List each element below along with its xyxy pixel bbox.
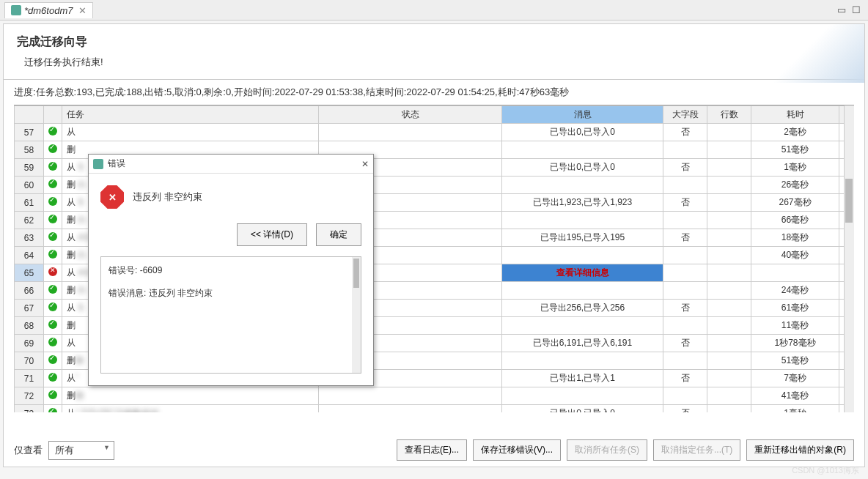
check-icon	[48, 232, 57, 241]
status-cell	[44, 352, 62, 370]
rows-cell	[707, 264, 751, 282]
row-number: 70	[15, 352, 44, 370]
bigfield-cell	[663, 264, 707, 282]
check-icon	[48, 373, 57, 382]
tab-dm6todm7[interactable]: *dm6todm7 ✕	[4, 2, 93, 18]
ok-button[interactable]: 确定	[316, 223, 361, 246]
elapsed-cell: 61毫秒	[751, 300, 839, 317]
col-task[interactable]: 任务	[62, 106, 319, 124]
rows-cell	[707, 159, 751, 177]
bottom-toolbar: 仅查看 所有 查看日志(E)... 保存迁移错误(V)... 取消所有任务(S)…	[14, 439, 854, 461]
status-cell	[44, 264, 62, 282]
col-rows[interactable]: 行数	[707, 106, 751, 124]
error-icon: ✕	[100, 185, 124, 209]
message-cell	[502, 352, 663, 370]
task-cell: 从	[62, 124, 319, 141]
wizard-subtitle: 迁移任务执行结束!	[17, 56, 851, 69]
bigfield-cell	[663, 352, 707, 370]
rows-cell	[707, 335, 751, 352]
bigfield-cell: 否	[663, 194, 707, 212]
bigfield-cell	[663, 387, 707, 405]
tab-title: *dm6todm7	[24, 5, 73, 16]
status-cell	[44, 124, 62, 141]
save-errors-button[interactable]: 保存迁移错误(V)...	[473, 439, 561, 461]
dialog-titlebar[interactable]: 错误 ✕	[89, 155, 373, 174]
rows-cell	[707, 317, 751, 335]
row-number: 68	[15, 317, 44, 335]
rows-cell	[707, 405, 751, 413]
message-cell: 已导出256,已导入256	[502, 300, 663, 317]
status-cell	[44, 177, 62, 194]
rows-cell	[707, 212, 751, 229]
row-number: 72	[15, 387, 44, 405]
status-cell	[44, 282, 62, 300]
bigfield-cell	[663, 317, 707, 335]
status-cell	[44, 141, 62, 159]
close-icon[interactable]: ✕	[78, 5, 87, 16]
bigfield-cell	[663, 247, 707, 264]
minimize-icon[interactable]: ▭	[837, 4, 846, 15]
filter-combo[interactable]: 所有	[48, 441, 114, 460]
table-row[interactable]: 73从" TITUTE"迁移数组对已导出0,已导入0否1毫秒	[15, 405, 854, 413]
scroll-thumb[interactable]	[845, 179, 853, 223]
view-log-button[interactable]: 查看日志(E)...	[397, 439, 467, 461]
maximize-icon[interactable]: ☐	[852, 4, 861, 15]
check-icon	[48, 162, 57, 171]
elapsed-cell: 40毫秒	[751, 247, 839, 264]
rows-cell	[707, 387, 751, 405]
dialog-close-icon[interactable]: ✕	[361, 159, 369, 169]
error-detail-box[interactable]: 错误号: -6609 错误消息: 违反列 非空约束	[100, 256, 361, 374]
message-cell	[502, 317, 663, 335]
col-status-icon[interactable]	[44, 106, 62, 124]
message-cell: 已导出1,已导入1	[502, 370, 663, 387]
rows-cell	[707, 229, 751, 247]
details-button[interactable]: << 详情(D)	[237, 223, 307, 246]
error-message: 违反列 非空约束	[133, 190, 202, 204]
elapsed-cell: 51毫秒	[751, 352, 839, 370]
status-cell	[44, 229, 62, 247]
row-number: 67	[15, 300, 44, 317]
bigfield-cell	[663, 177, 707, 194]
col-status[interactable]: 状态	[319, 106, 502, 124]
message-cell	[502, 282, 663, 300]
table-row[interactable]: 57从已导出0,已导入0否2毫秒	[15, 124, 854, 141]
message-cell[interactable]: 查看详细信息	[502, 264, 663, 282]
row-number: 63	[15, 229, 44, 247]
error-icon	[48, 267, 57, 276]
col-elapsed[interactable]: 耗时	[751, 106, 839, 124]
message-cell: 已导出195,已导入195	[502, 229, 663, 247]
bigfield-cell: 否	[663, 405, 707, 413]
status-cell	[44, 387, 62, 405]
elapsed-cell: 11毫秒	[751, 317, 839, 335]
detail-scrollbar[interactable]	[352, 257, 361, 373]
status-cell	[44, 247, 62, 264]
check-icon	[48, 285, 57, 294]
bigfield-cell	[663, 282, 707, 300]
message-cell: 已导出6,191,已导入6,191	[502, 335, 663, 352]
message-cell	[502, 387, 663, 405]
rows-cell	[707, 282, 751, 300]
status-cell	[44, 317, 62, 335]
col-rownum[interactable]	[15, 106, 44, 124]
message-cell	[502, 247, 663, 264]
rows-cell	[707, 194, 751, 212]
elapsed-cell: 1毫秒	[751, 159, 839, 177]
progress-summary: 进度:任务总数:193,已完成:188,出错:5,取消:0,剩余:0,开始时间:…	[4, 79, 864, 105]
col-bigfield[interactable]: 大字段	[663, 106, 707, 124]
elapsed-cell: 1毫秒	[751, 405, 839, 413]
elapsed-cell	[751, 264, 839, 282]
check-icon	[48, 355, 57, 364]
elapsed-cell: 51毫秒	[751, 141, 839, 159]
elapsed-cell: 26毫秒	[751, 177, 839, 194]
row-number: 59	[15, 159, 44, 177]
error-dialog: 错误 ✕ ✕ 违反列 非空约束 << 详情(D) 确定 错误号: -6609 错…	[88, 154, 374, 386]
cancel-all-button[interactable]: 取消所有任务(S)	[567, 439, 647, 461]
cancel-selected-button[interactable]: 取消指定任务...(T)	[653, 439, 740, 461]
detail-thumb[interactable]	[353, 259, 359, 288]
table-row[interactable]: 72删除41毫秒	[15, 387, 854, 405]
vertical-scrollbar[interactable]	[844, 105, 854, 412]
status-cell	[44, 212, 62, 229]
retry-errors-button[interactable]: 重新迁移出错的对象(R)	[746, 439, 854, 461]
message-cell	[502, 212, 663, 229]
col-message[interactable]: 消息	[502, 106, 663, 124]
